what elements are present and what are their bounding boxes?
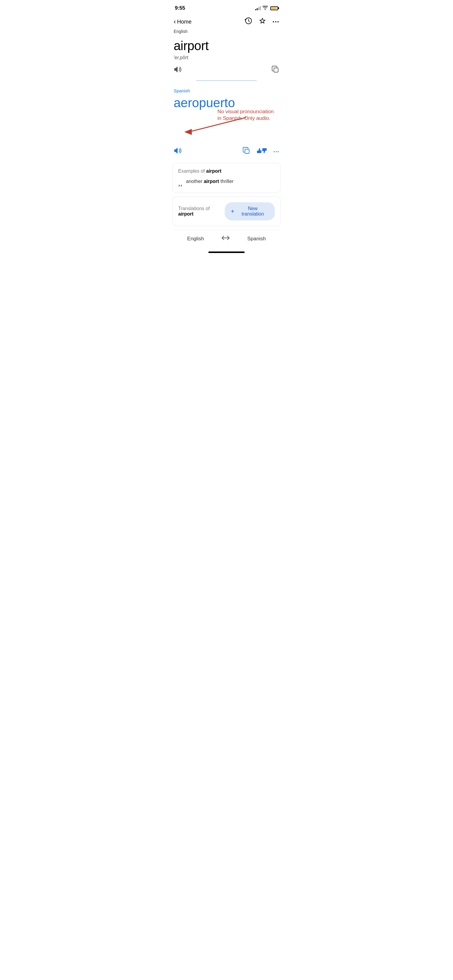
examples-title: Examples of airport: [178, 169, 275, 174]
spanish-word: aeropuerto: [174, 96, 279, 110]
target-language-label: Spanish: [174, 88, 279, 93]
status-bar: 9:55: [167, 0, 286, 14]
new-translation-button[interactable]: + New translation: [225, 202, 275, 220]
back-arrow-icon: ‹: [174, 18, 176, 25]
svg-rect-4: [245, 149, 249, 153]
annotation-text: No visual pronounciation in Spanish. Onl…: [217, 108, 276, 122]
english-word-section: airport 'er,pôrt: [167, 34, 286, 80]
english-word: airport: [174, 39, 279, 53]
home-indicator: [208, 251, 245, 253]
spanish-copy-button[interactable]: [242, 147, 250, 156]
svg-rect-1: [274, 68, 278, 72]
history-icon[interactable]: [245, 17, 252, 27]
back-button[interactable]: ‹ Home: [174, 18, 191, 25]
back-label: Home: [177, 19, 191, 25]
new-translation-label: New translation: [237, 206, 269, 217]
english-copy-button[interactable]: [271, 65, 279, 75]
examples-title-word: airport: [206, 169, 222, 173]
section-divider: [196, 80, 257, 81]
status-icons: [255, 6, 278, 11]
thumbs-button[interactable]: [257, 147, 267, 156]
plus-icon: +: [231, 208, 234, 215]
example-text: another airport thriller: [186, 178, 233, 185]
wifi-icon: [262, 6, 268, 11]
translations-header: Translations of airport + New translatio…: [178, 202, 275, 220]
english-phonetic: 'er,pôrt: [174, 55, 279, 60]
translations-card: Translations of airport + New translatio…: [172, 197, 281, 226]
english-controls: [174, 64, 279, 78]
swap-languages-button[interactable]: [222, 235, 230, 242]
more-icon[interactable]: ···: [273, 18, 279, 26]
favorite-icon[interactable]: [258, 17, 266, 27]
svg-marker-3: [184, 129, 192, 135]
bottom-english-tab[interactable]: English: [187, 236, 204, 242]
translations-title-word: airport: [178, 212, 194, 216]
bottom-language-bar: English Spanish: [172, 230, 281, 248]
battery-icon: [270, 6, 278, 10]
english-audio-button[interactable]: [174, 65, 182, 75]
nav-bar: ‹ Home ···: [167, 14, 286, 28]
quote-mark-icon: ,,: [178, 179, 182, 187]
spanish-translation-section: Spanish aeropuerto No visual pronounciat…: [167, 86, 286, 159]
bottom-spanish-tab[interactable]: Spanish: [247, 236, 266, 242]
examples-card: Examples of airport ,, another airport t…: [172, 163, 281, 193]
nav-actions: ···: [245, 17, 279, 27]
examples-title-prefix: Examples of: [178, 169, 206, 173]
translations-title: Translations of airport: [178, 206, 225, 217]
spanish-more-button[interactable]: ···: [273, 148, 279, 155]
source-language-label: English: [167, 28, 286, 34]
status-time: 9:55: [175, 5, 185, 11]
spanish-controls: ···: [174, 146, 279, 157]
signal-icon: [255, 6, 261, 10]
translations-title-prefix: Translations of: [178, 206, 210, 211]
spanish-audio-button[interactable]: [174, 146, 182, 157]
example-item: ,, another airport thriller: [178, 178, 275, 187]
